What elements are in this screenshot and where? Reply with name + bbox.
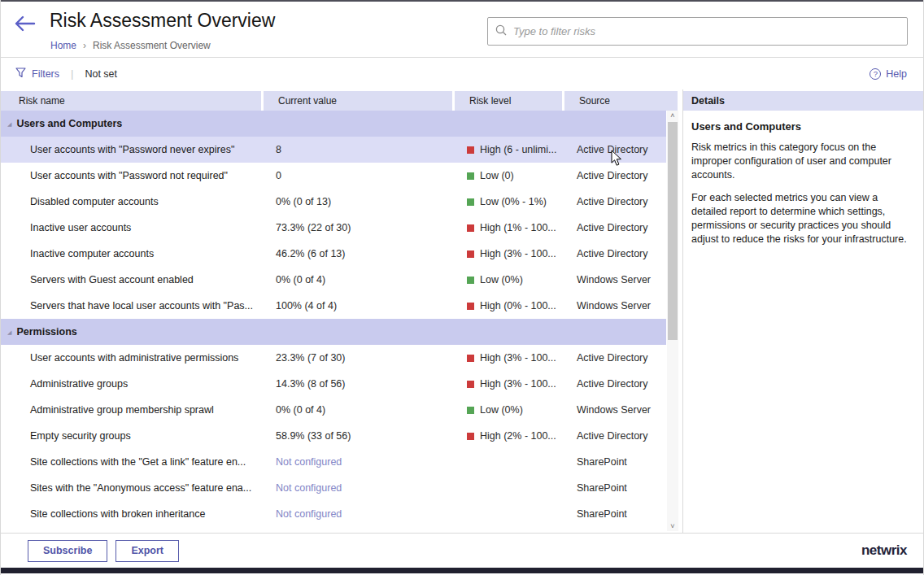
table-row[interactable]: Disabled computer accounts0% (0 of 13)Lo…: [1, 189, 666, 215]
current-value-cell: Not configured: [261, 501, 452, 527]
search-icon: [495, 24, 507, 39]
current-value-cell: Not configured: [261, 475, 452, 501]
table-row[interactable]: Site collections with broken inheritance…: [1, 501, 666, 527]
risk-level-text: Low (0%): [480, 267, 523, 293]
risk-level-square-icon: [467, 250, 474, 258]
risk-level-square-icon: [467, 277, 474, 284]
current-value-cell: 14.3% (8 of 56): [261, 371, 452, 397]
table-row[interactable]: Administrative group membership sprawl0%…: [1, 397, 666, 423]
filter-funnel-icon: [15, 68, 26, 81]
group-header-row[interactable]: ◢Users and Computers: [1, 111, 666, 137]
details-title: Users and Computers: [691, 120, 909, 133]
filters-label: Filters: [32, 68, 59, 80]
current-value-cell: 100% (4 of 4): [261, 293, 452, 319]
risk-name-cell: User accounts with "Password never expir…: [1, 137, 261, 163]
risk-level-cell: [452, 475, 562, 501]
table-row[interactable]: Inactive computer accounts46.2% (6 of 13…: [1, 241, 666, 267]
search-box[interactable]: [487, 17, 908, 46]
filters-button[interactable]: Filters: [15, 68, 59, 81]
risk-name-cell: Servers with Guest account enabled: [1, 267, 261, 293]
collapse-triangle-icon[interactable]: ◢: [7, 121, 11, 128]
breadcrumb-current: Risk Assessment Overview: [93, 40, 211, 51]
group-header-row[interactable]: ◢Permissions: [1, 319, 666, 345]
current-value-cell: 58.9% (33 of 56): [261, 423, 452, 449]
risk-level-cell: Low (0%): [452, 397, 562, 423]
risk-name-cell: Sites with the "Anonymous access" featur…: [1, 475, 261, 501]
current-value-cell: 0% (0 of 4): [261, 397, 452, 423]
collapse-triangle-icon[interactable]: ◢: [7, 329, 11, 336]
column-header-risk-level[interactable]: Risk level: [455, 91, 564, 111]
table-row[interactable]: Site collections with the "Get a link" f…: [1, 449, 666, 475]
risk-level-cell: High (3% - 100...: [452, 241, 562, 267]
risk-name-cell: Administrative groups: [1, 371, 261, 397]
column-header-source[interactable]: Source: [564, 91, 678, 111]
risk-level-square-icon: [467, 146, 474, 154]
risk-level-cell: High (1% - 100...: [452, 215, 562, 241]
table-row[interactable]: Servers with Guest account enabled0% (0 …: [1, 267, 666, 293]
app-header: Risk Assessment Overview Home › Risk Ass…: [1, 2, 923, 58]
current-value-cell: 0: [261, 163, 452, 189]
details-paragraph: For each selected metrics you can view a…: [691, 191, 909, 246]
source-cell: Windows Server: [562, 293, 666, 319]
risk-name-cell: Servers that have local user accounts wi…: [1, 293, 261, 319]
risk-level-text: High (1% - 100...: [480, 215, 556, 241]
table-row[interactable]: Empty security groups58.9% (33 of 56)Hig…: [1, 423, 666, 449]
export-button[interactable]: Export: [116, 540, 179, 562]
risk-level-square-icon: [467, 407, 474, 414]
table-row[interactable]: Inactive user accounts73.3% (22 of 30)Hi…: [1, 215, 666, 241]
risk-level-square-icon: [467, 198, 474, 206]
source-cell: Active Directory: [562, 137, 666, 163]
risk-level-text: Low (0% - 1%): [480, 189, 547, 215]
back-button[interactable]: [12, 13, 38, 36]
risk-name-cell: Site collections with the "Get a link" f…: [1, 449, 261, 475]
window-bottom-strip: [1, 568, 923, 573]
scrollbar-up-arrow[interactable]: ˄: [667, 111, 678, 122]
source-cell: SharePoint: [562, 449, 666, 475]
source-cell: SharePoint: [562, 501, 666, 527]
risk-level-square-icon: [467, 224, 474, 232]
column-header-current-value[interactable]: Current value: [264, 91, 455, 111]
help-icon: ?: [870, 68, 881, 80]
arrow-left-icon: [12, 23, 37, 37]
scrollbar-down-arrow[interactable]: ˅: [667, 520, 678, 531]
source-cell: Active Directory: [562, 189, 666, 215]
breadcrumb: Home › Risk Assessment Overview: [50, 40, 211, 51]
search-input[interactable]: [513, 25, 900, 37]
current-value-cell: 73.3% (22 of 30): [261, 215, 452, 241]
risk-level-text: High (3% - 100...: [480, 345, 556, 371]
risk-level-square-icon: [467, 433, 474, 440]
table-row[interactable]: User accounts with administrative permis…: [1, 345, 666, 371]
risk-level-square-icon: [467, 172, 474, 180]
vertical-scrollbar[interactable]: ˄ ˅: [667, 111, 678, 531]
subscribe-button[interactable]: Subscribe: [28, 540, 107, 562]
column-header-risk-name[interactable]: Risk name: [1, 91, 264, 111]
current-value-cell: 0% (0 of 13): [261, 189, 452, 215]
table-header-row: Risk name Current value Risk level Sourc…: [1, 91, 678, 111]
table-row[interactable]: User accounts with "Password not require…: [1, 163, 666, 189]
details-panel-body: Users and Computers Risk metrics in this…: [683, 111, 923, 246]
help-label: Help: [886, 68, 907, 80]
risk-level-text: Low (0): [480, 163, 514, 189]
filters-bar: Filters | Not set ? Help: [1, 58, 923, 89]
help-button[interactable]: ? Help: [870, 68, 907, 80]
risk-level-text: High (0% - 100...: [480, 293, 556, 319]
risk-name-cell: Administrative group membership sprawl: [1, 397, 261, 423]
risk-level-cell: High (6 - unlimi...: [452, 137, 562, 163]
risk-level-square-icon: [467, 355, 474, 362]
source-cell: Active Directory: [562, 215, 666, 241]
risk-level-cell: [452, 449, 562, 475]
table-row[interactable]: Administrative groups14.3% (8 of 56)High…: [1, 371, 666, 397]
risk-level-text: High (3% - 100...: [480, 241, 556, 267]
source-cell: Windows Server: [562, 397, 666, 423]
risk-level-cell: Low (0): [452, 163, 562, 189]
table-row[interactable]: Servers that have local user accounts wi…: [1, 293, 666, 319]
breadcrumb-home-link[interactable]: Home: [50, 40, 76, 51]
risk-level-cell: [452, 501, 562, 527]
chevron-right-icon: ›: [83, 40, 86, 51]
table-body: ◢Users and ComputersUser accounts with "…: [1, 111, 666, 527]
table-row[interactable]: User accounts with "Password never expir…: [1, 137, 666, 163]
scrollbar-thumb[interactable]: [668, 122, 678, 340]
risk-name-cell: Empty security groups: [1, 423, 261, 449]
source-cell: Active Directory: [562, 241, 666, 267]
table-row[interactable]: Sites with the "Anonymous access" featur…: [1, 475, 666, 501]
